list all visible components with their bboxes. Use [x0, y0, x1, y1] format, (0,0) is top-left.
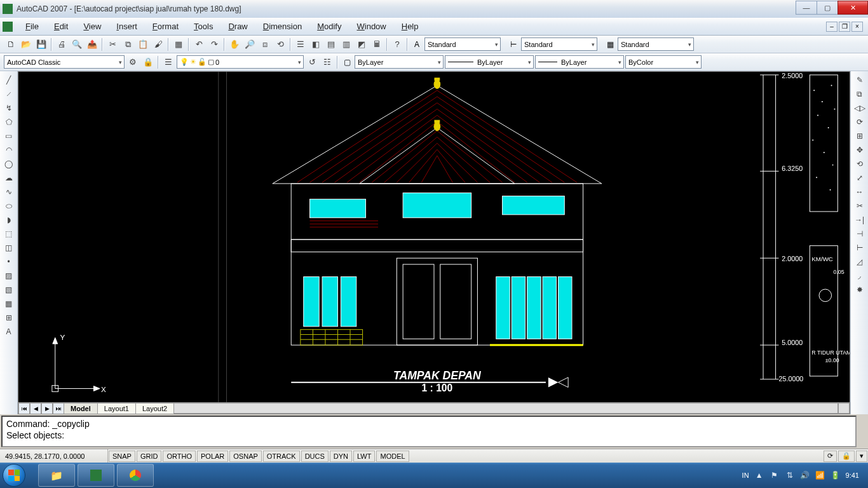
mdi-minimize[interactable]: – — [826, 22, 837, 32]
workspace-settings-icon[interactable]: ⚙ — [126, 55, 140, 69]
workspace-combo[interactable]: AutoCAD Classic — [4, 55, 125, 69]
toggle-ducs[interactable]: DUCS — [301, 451, 329, 462]
mdi-restore[interactable]: ❐ — [839, 22, 850, 32]
menu-dimension[interactable]: Dimension — [255, 19, 309, 34]
toggle-polar[interactable]: POLAR — [197, 451, 228, 462]
command-window[interactable]: Command: _copyclip Select objects: — [1, 416, 857, 447]
layer-combo[interactable]: 💡☀🔓▢ 0 — [177, 55, 304, 69]
make-block-icon[interactable]: ◫ — [2, 241, 16, 254]
xline-icon[interactable]: ⟋ — [2, 88, 16, 100]
color-swatch-icon[interactable]: ▢ — [341, 56, 353, 69]
menu-draw[interactable]: Draw — [220, 19, 255, 34]
save-icon[interactable]: 💾 — [34, 37, 48, 51]
task-chrome[interactable] — [117, 464, 154, 487]
rectangle-icon[interactable]: ▭ — [2, 130, 16, 142]
menu-view[interactable]: View — [76, 19, 109, 34]
tablestyle-combo[interactable]: Standard — [618, 37, 694, 51]
line-icon[interactable]: ╱ — [2, 74, 16, 86]
zoom-prev-icon[interactable]: ⟲ — [273, 37, 287, 51]
tab-layout2[interactable]: Layout2 — [135, 403, 174, 414]
menu-modify[interactable]: Modify — [309, 19, 349, 34]
ellipse-icon[interactable]: ⬭ — [2, 200, 16, 212]
arc-icon[interactable]: ◠ — [2, 144, 16, 156]
workspace-lock-icon[interactable]: 🔒 — [141, 55, 155, 69]
toggle-model[interactable]: MODEL — [376, 451, 409, 462]
point-icon[interactable]: • — [2, 255, 16, 268]
move-icon[interactable]: ✥ — [853, 144, 867, 156]
polygon-icon[interactable]: ⬠ — [2, 116, 16, 128]
new-icon[interactable]: 🗋 — [4, 37, 18, 51]
copy-icon[interactable]: ⧉ — [121, 37, 135, 51]
tablestyle-icon[interactable]: ▦ — [604, 38, 616, 51]
polyline-icon[interactable]: ↯ — [2, 102, 16, 114]
task-explorer[interactable]: 📁 — [38, 464, 75, 487]
toggle-lwt[interactable]: LWT — [353, 451, 375, 462]
minimize-button[interactable]: — — [796, 1, 817, 15]
explode-icon[interactable]: ✸ — [853, 283, 867, 296]
help-icon[interactable]: ? — [390, 37, 404, 51]
tab-first-icon[interactable]: ⏮ — [18, 403, 30, 414]
offset-icon[interactable]: ⟳ — [853, 116, 867, 128]
layer-prev-icon[interactable]: ↺ — [305, 55, 319, 69]
color-combo[interactable]: ByLayer — [355, 55, 444, 69]
menu-format[interactable]: Format — [145, 19, 186, 34]
drawing-canvas[interactable]: Y X — [18, 72, 850, 402]
toggle-ortho[interactable]: ORTHO — [163, 451, 196, 462]
stretch-icon[interactable]: ↔ — [853, 186, 867, 198]
tab-last-icon[interactable]: ⏭ — [53, 403, 64, 414]
ellipse-arc-icon[interactable]: ◗ — [2, 214, 16, 226]
revcloud-icon[interactable]: ☁ — [2, 172, 16, 184]
status-comm-icon[interactable]: ⟳ — [824, 451, 837, 462]
tray-battery-icon[interactable]: 🔋 — [831, 470, 841, 480]
linetype-combo[interactable]: ByLayer — [445, 55, 534, 69]
maximize-button[interactable]: ▢ — [817, 1, 838, 15]
properties-icon[interactable]: ☰ — [294, 37, 308, 51]
mirror-icon[interactable]: ◁▷ — [853, 102, 867, 114]
quickcalc-icon[interactable]: 🖩 — [370, 37, 384, 51]
tray-volume-icon[interactable]: 🔊 — [800, 470, 810, 480]
zoom-win-icon[interactable]: ⧈ — [258, 37, 272, 51]
chamfer-icon[interactable]: ◿ — [853, 255, 867, 268]
trim-icon[interactable]: ✂ — [853, 200, 867, 212]
block-icon[interactable]: ▦ — [172, 37, 186, 51]
zoom-rt-icon[interactable]: 🔎 — [243, 37, 257, 51]
close-button[interactable]: ✕ — [837, 1, 868, 15]
tray-clock[interactable]: 9:41 — [846, 471, 859, 479]
sheet-set-icon[interactable]: ▥ — [339, 37, 353, 51]
design-center-icon[interactable]: ◧ — [309, 37, 323, 51]
open-icon[interactable]: 📂 — [19, 37, 33, 51]
tab-model[interactable]: Model — [64, 403, 98, 414]
region-icon[interactable]: ▦ — [2, 297, 16, 310]
scale-icon[interactable]: ⤢ — [853, 172, 867, 184]
menu-tools[interactable]: Tools — [186, 19, 220, 34]
break-icon[interactable]: ⊣ — [853, 227, 867, 240]
tray-lang[interactable]: IN — [742, 471, 749, 479]
extend-icon[interactable]: →| — [853, 214, 867, 226]
plotstyle-combo[interactable]: ByColor — [625, 55, 702, 69]
markup-icon[interactable]: ◩ — [355, 37, 369, 51]
erase-icon[interactable]: ✎ — [853, 74, 867, 86]
hatch-icon[interactable]: ▨ — [2, 269, 16, 282]
fillet-icon[interactable]: ◞ — [853, 269, 867, 282]
dimstyle-icon[interactable]: ⊢ — [507, 38, 520, 51]
table-icon[interactable]: ⊞ — [2, 311, 16, 324]
menu-file[interactable]: File — [18, 19, 46, 34]
redo-icon[interactable]: ↷ — [207, 37, 221, 51]
rotate-icon[interactable]: ⟲ — [853, 158, 867, 170]
tray-network-icon[interactable]: ⇅ — [785, 470, 795, 480]
preview-icon[interactable]: 🔍 — [70, 37, 84, 51]
menu-edit[interactable]: Edit — [46, 19, 76, 34]
dimstyle-combo[interactable]: Standard — [521, 37, 597, 51]
status-coords[interactable]: 49.9415, 28.1770, 0.0000 — [0, 449, 108, 463]
array-icon[interactable]: ⊞ — [853, 130, 867, 142]
gradient-icon[interactable]: ▧ — [2, 283, 16, 296]
match-icon[interactable]: 🖌 — [151, 37, 165, 51]
tab-layout1[interactable]: Layout1 — [97, 403, 136, 414]
task-autocad[interactable] — [78, 464, 114, 487]
lineweight-combo[interactable]: ByLayer — [535, 55, 624, 69]
status-lock-icon[interactable]: 🔒 — [838, 451, 855, 462]
tab-prev-icon[interactable]: ◀ — [30, 403, 41, 414]
cut-icon[interactable]: ✂ — [105, 37, 119, 51]
textstyle-combo[interactable]: Standard — [424, 37, 501, 51]
print-icon[interactable]: 🖨 — [55, 37, 69, 51]
